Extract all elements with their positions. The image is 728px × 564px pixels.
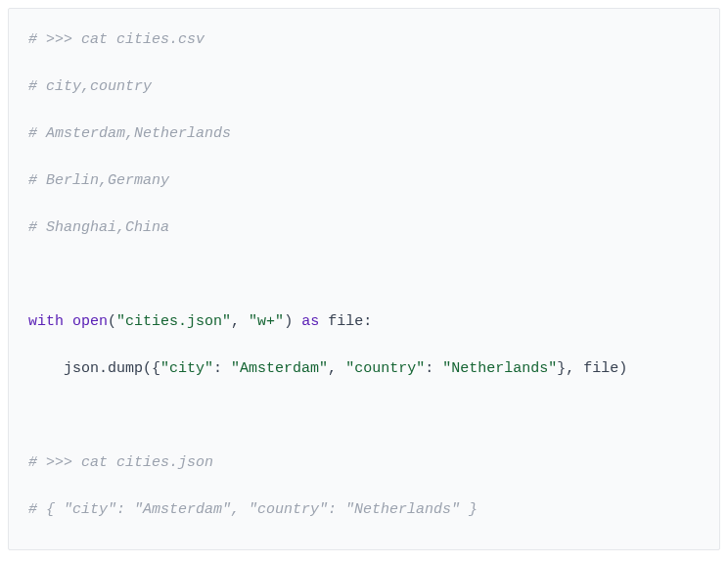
code-line: # { "city": "Amsterdam", "country": "Net… [28,498,700,522]
code-token-punct: ( [108,313,116,330]
code-line: with open("cities.json", "w+") as file: [28,310,700,334]
blank-line [28,287,700,310]
code-token-builtin: open [72,313,108,330]
blank-line [28,404,700,428]
code-token-string: "cities.json" [116,313,231,330]
code-token-punct: }, file) [557,360,627,377]
code-token-string: "w+" [249,313,284,330]
code-token-punct: : [425,360,442,377]
code-token-punct: ) [284,313,301,330]
blank-line [28,240,700,263]
code-line: # Shanghai,China [28,216,700,240]
code-line: # city,country [28,75,700,99]
blank-line [28,52,700,75]
blank-line [28,428,700,451]
code-token-keyword: with [28,313,64,330]
code-token-punct: : [363,313,372,330]
blank-line [28,475,700,498]
blank-line [28,99,700,122]
code-token-ident: file [319,313,363,330]
code-token-comment: # Berlin,Germany [28,172,169,189]
code-token-string: "city" [160,360,213,377]
code-token-punct: , [328,360,345,377]
code-token-comment: # Amsterdam,Netherlands [28,125,231,142]
code-line: json.dump({"city": "Amsterdam", "country… [28,357,700,381]
code-token-string: "Amsterdam" [231,360,328,377]
blank-line [28,334,700,357]
code-token-punct: : [213,360,231,377]
code-token-comment: # city,country [28,78,152,95]
blank-line [28,263,700,287]
code-token-ident: json.dump({ [28,360,160,377]
code-token-ident [64,313,72,330]
code-token-keyword: as [301,313,319,330]
code-token-punct: , [231,313,249,330]
code-block: # >>> cat cities.csv# city,country# Amst… [8,8,720,550]
code-line: # >>> cat cities.csv [28,28,700,52]
code-line: # Amsterdam,Netherlands [28,122,700,146]
code-token-comment: # { "city": "Amsterdam", "country": "Net… [28,501,478,518]
code-token-comment: # >>> cat cities.csv [28,31,205,48]
code-line: # >>> cat cities.json [28,451,700,475]
blank-line [28,193,700,216]
blank-line [28,381,700,404]
code-token-comment: # Shanghai,China [28,219,169,236]
code-line: # Berlin,Germany [28,169,700,193]
code-token-string: "country" [345,360,425,377]
code-token-string: "Netherlands" [442,360,557,377]
code-token-comment: # >>> cat cities.json [28,454,213,471]
blank-line [28,146,700,169]
